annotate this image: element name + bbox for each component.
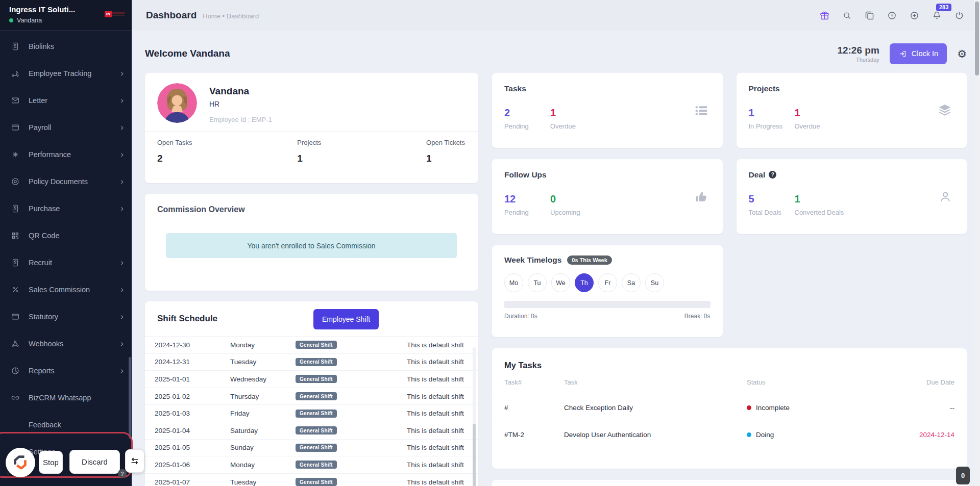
sidebar-header[interactable]: Ingress IT Soluti... Vandana IN: [0, 0, 132, 31]
shift-row: 2025-01-01WednesdayGeneral ShiftThis is …: [145, 370, 478, 388]
list-icon: [694, 103, 709, 118]
day-tu[interactable]: Tu: [528, 273, 547, 292]
chevron-right-icon: [120, 285, 124, 294]
next-card-partial: [492, 480, 967, 486]
gift-icon[interactable]: [819, 10, 830, 21]
app-window: Ingress IT Soluti... Vandana IN Biolinks…: [0, 0, 980, 486]
shift-row: 2024-12-31TuesdayGeneral ShiftThis is de…: [145, 353, 478, 371]
recorder-help-icon[interactable]: [118, 469, 127, 478]
chevron-right-icon: [120, 339, 124, 348]
chevron-right-icon: [120, 150, 124, 159]
sidebar-item-recruit[interactable]: Recruit: [0, 249, 132, 276]
chevron-right-icon: [120, 177, 124, 186]
main-area: Dashboard Home • Dashboard 283 Welcome V…: [132, 0, 980, 486]
profile-stat-open-tasks: Open Tasks 2: [157, 139, 192, 164]
shift-badge: General Shift: [296, 375, 337, 383]
day-mo[interactable]: Mo: [504, 273, 523, 292]
shift-schedule-title: Shift Schedule: [157, 314, 217, 324]
sidebar-item-performance[interactable]: Performance: [0, 141, 132, 168]
page-title: Dashboard: [146, 10, 197, 21]
timelog-progress-bar: [504, 301, 710, 308]
shift-row: 2025-01-07TuesdayGeneral ShiftThis is de…: [145, 473, 478, 486]
target-icon: [11, 177, 20, 186]
shift-table-scrollbar[interactable]: [473, 347, 476, 486]
login-arrow-icon: [898, 49, 907, 58]
bell-icon[interactable]: 283: [932, 10, 942, 21]
task-row[interactable]: # Check Exception Daily Incomplete --: [492, 394, 967, 421]
nodes-icon: [11, 339, 20, 348]
stop-button[interactable]: Stop: [39, 451, 63, 474]
discard-button[interactable]: Discard: [69, 450, 120, 474]
sidebar-item-payroll[interactable]: Payroll: [0, 114, 132, 141]
week-timelogs-title: Week Timelogs: [504, 255, 561, 265]
timelog-duration: Duration: 0s: [504, 313, 537, 320]
chevron-right-icon: [120, 96, 124, 105]
notes-icon[interactable]: [864, 10, 875, 21]
shift-row: 2025-01-03FridayGeneral ShiftThis is def…: [145, 404, 478, 422]
sidebar-item-statutory[interactable]: Statutory: [0, 303, 132, 330]
sidebar-item-employee-tracking[interactable]: Employee Tracking: [0, 60, 132, 87]
sidebar-item-policy-documents[interactable]: Policy Documents: [0, 168, 132, 195]
day-su[interactable]: Su: [645, 273, 664, 292]
dashboard-settings-gear-icon[interactable]: [957, 48, 967, 59]
deal-card: Deal 5Total Deals 1Converted Deals: [737, 159, 967, 234]
day-fr[interactable]: Fr: [598, 273, 617, 292]
timelog-break: Break: 0s: [684, 313, 710, 320]
sidebar-item-bizcrm-whatsapp[interactable]: BizCRM Whatsapp: [0, 384, 132, 411]
sidebar-item-purchase[interactable]: Purchase: [0, 195, 132, 222]
chevron-right-icon: [120, 123, 124, 132]
link-icon: [11, 393, 20, 402]
sidebar-item-feedback[interactable]: Feedback: [0, 411, 132, 438]
chat-widget-badge[interactable]: 0: [956, 467, 970, 484]
sidebar-item-biolinks[interactable]: Biolinks: [0, 33, 132, 60]
recorder-logo-icon: [12, 454, 29, 471]
shift-row: 2025-01-04SaturdayGeneral ShiftThis is d…: [145, 422, 478, 439]
sidebar-scrollbar[interactable]: [129, 357, 131, 439]
id-card-icon: [11, 42, 20, 51]
avatar: [157, 83, 197, 123]
sidebar-item-letter[interactable]: Letter: [0, 87, 132, 114]
brand-logo-text: [112, 11, 125, 16]
task-row[interactable]: #TM-2 Develop User Authentication Doing …: [492, 421, 967, 448]
profile-card: Vandana HR Employee Id : EMP-1 Open Task…: [145, 73, 478, 183]
plus-circle-icon[interactable]: [909, 10, 920, 21]
my-tasks-title: My Tasks: [492, 361, 967, 370]
shift-row: 2025-01-05SundayGeneral ShiftThis is def…: [145, 439, 478, 456]
clock-icon[interactable]: [887, 10, 897, 21]
sidebar-item-sales-commission[interactable]: Sales Commission: [0, 276, 132, 303]
id-card-icon: [11, 204, 20, 213]
percent-icon: [11, 285, 20, 294]
sidebar-item-webhooks[interactable]: Webhooks: [0, 330, 132, 357]
welcome-heading: Welcome Vandana: [145, 48, 230, 59]
my-tasks-header: Task# Task Status Due Date: [492, 370, 967, 394]
brand-logo: IN: [105, 11, 125, 17]
recorder-logo-button[interactable]: [6, 448, 35, 477]
collapse-chevron-icon[interactable]: [7, 468, 10, 478]
help-icon[interactable]: [769, 171, 776, 178]
day-th-active[interactable]: Th: [575, 273, 594, 292]
page-scrollbar[interactable]: [974, 0, 980, 486]
sidebar-item-reports[interactable]: Reports: [0, 357, 132, 384]
qr-code-icon: [11, 231, 20, 240]
current-time: 12:26 pm Thursday: [837, 45, 879, 63]
search-icon[interactable]: [842, 10, 852, 21]
profile-role: HR: [209, 100, 272, 108]
pie-chart-icon: [11, 366, 20, 375]
status-dot-doing: [747, 432, 751, 437]
swap-arrows-button[interactable]: [125, 449, 144, 473]
employee-shift-button[interactable]: Employee Shift: [313, 309, 379, 329]
my-tasks-card: My Tasks Task# Task Status Due Date # Ch…: [492, 348, 967, 469]
sidebar: Ingress IT Soluti... Vandana IN Biolinks…: [0, 0, 132, 486]
projects-card: Projects 1In Progress 1Overdue: [737, 73, 967, 148]
day-sa[interactable]: Sa: [622, 273, 641, 292]
sidebar-item-qr-code[interactable]: QR Code: [0, 222, 132, 249]
wallet-icon: [11, 123, 20, 132]
clock-in-button[interactable]: Clock In: [890, 43, 947, 64]
chevron-right-icon: [120, 204, 124, 213]
thumbs-up-icon: [694, 189, 709, 204]
day-we[interactable]: We: [551, 273, 570, 292]
commission-title: Commission Overview: [157, 205, 466, 214]
commission-alert: You aren't enrolled to Sales Commission: [166, 233, 457, 258]
power-icon[interactable]: [954, 10, 965, 21]
chevron-right-icon: [120, 258, 124, 267]
